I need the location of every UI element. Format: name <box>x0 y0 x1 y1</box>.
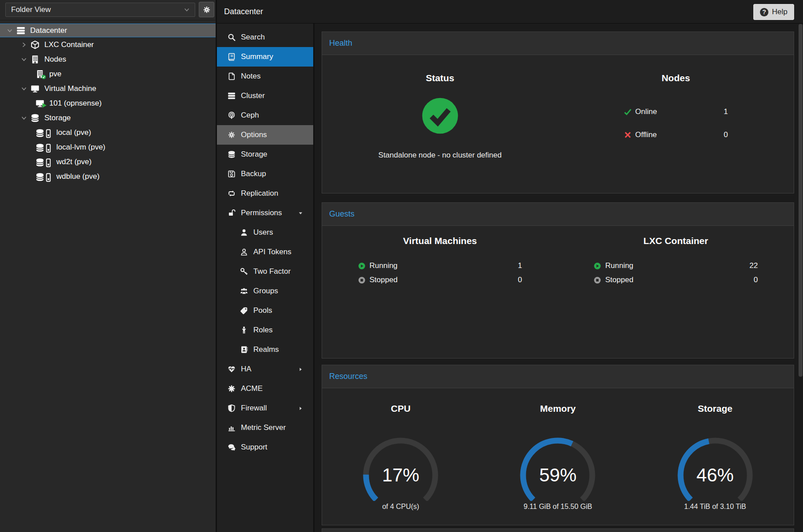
tree-item-storage[interactable]: Storage <box>0 110 216 125</box>
help-button[interactable]: ? Help <box>753 4 794 20</box>
menu-item-summary[interactable]: Summary <box>217 47 313 67</box>
memory-gauge-column: Memory 59% 9.11 GiB of 15.50 GiB <box>479 388 636 525</box>
memory-caption: 9.11 GiB of 15.50 GiB <box>524 503 592 511</box>
tree-item-label: LXC Container <box>44 40 94 49</box>
menu-item-ha[interactable]: HA <box>217 359 313 379</box>
gear-icon <box>203 6 211 14</box>
nodes-online-row: Online 1 <box>624 100 728 123</box>
menu-item-realms[interactable]: Realms <box>217 340 313 359</box>
chevron-down-icon[interactable] <box>20 114 28 122</box>
menu-item-users[interactable]: Users <box>217 223 313 242</box>
tree-item-storage-local-lvm[interactable]: local-lvm (pve) <box>0 140 216 154</box>
proxmox-app: Folder View Datacenter LXC Container <box>0 0 803 532</box>
menu-item-label: Replication <box>241 189 278 198</box>
datacenter-icon <box>16 26 25 35</box>
menu-item-pools[interactable]: Pools <box>217 301 313 320</box>
menu-item-search[interactable]: Search <box>217 28 313 47</box>
menu-item-label: Firewall <box>241 404 267 413</box>
tree-item-datacenter[interactable]: Datacenter <box>0 24 216 37</box>
database-icon <box>228 150 236 158</box>
menu-item-label: Permissions <box>241 209 282 217</box>
cross-icon <box>624 131 632 139</box>
menu-item-permissions[interactable]: Permissions <box>217 203 313 223</box>
chevron-down-icon[interactable] <box>6 27 13 34</box>
server-icon <box>228 92 236 100</box>
tree-item-storage-local[interactable]: local (pve) <box>0 125 216 140</box>
lxc-heading: LXC Container <box>643 236 708 246</box>
cube-icon <box>31 40 39 49</box>
menu-item-groups[interactable]: Groups <box>217 281 313 301</box>
menu-item-storage[interactable]: Storage <box>217 145 313 164</box>
menu-item-notes[interactable]: Notes <box>217 67 313 86</box>
menu-item-label: Users <box>253 228 273 237</box>
resource-tree: Datacenter LXC Container Nodes pve <box>0 20 216 184</box>
user-icon <box>240 229 248 236</box>
lxc-running-row: Running 22 <box>594 259 758 273</box>
menu-item-support[interactable]: Support <box>217 437 313 457</box>
lxc-stopped-label: Stopped <box>605 276 754 284</box>
tree-item-lxc-container[interactable]: LXC Container <box>0 37 216 52</box>
caret-right-icon <box>298 366 303 372</box>
menu-item-api-tokens[interactable]: API Tokens <box>217 242 313 262</box>
lxc-running-label: Running <box>605 261 749 270</box>
lxc-running-value: 22 <box>749 261 758 270</box>
nodes-offline-label: Offline <box>635 130 724 139</box>
users-group-icon <box>240 287 248 295</box>
nodes-online-value: 1 <box>724 107 728 116</box>
menu-item-label: Support <box>241 443 268 452</box>
tree-item-pve[interactable]: pve <box>0 67 216 81</box>
menu-item-acme[interactable]: ACME <box>217 379 313 398</box>
question-icon: ? <box>760 8 768 16</box>
menu-item-options[interactable]: Options <box>217 125 313 145</box>
menu-item-ceph[interactable]: Ceph <box>217 106 313 125</box>
cpu-gauge-column: CPU 17% of 4 CPU(s) <box>322 388 479 525</box>
lxc-column: LXC Container Running 22 <box>558 226 794 358</box>
tree-item-label: Datacenter <box>30 26 67 35</box>
view-mode-select[interactable]: Folder View <box>5 3 195 17</box>
cpu-percent: 17% <box>356 464 445 487</box>
user-outline-icon <box>240 248 248 256</box>
nodes-status-column: Nodes Online 1 Offline <box>558 55 794 193</box>
tree-item-nodes[interactable]: Nodes <box>0 52 216 67</box>
storage-disk-icon <box>35 128 51 137</box>
chevron-down-icon[interactable] <box>20 85 28 92</box>
datacenter-menu: Search Summary Notes Cluster Ceph Option… <box>217 24 315 532</box>
gear-icon <box>228 131 236 139</box>
menu-item-cluster[interactable]: Cluster <box>217 86 313 106</box>
lxc-stopped-value: 0 <box>754 276 758 284</box>
tag-icon <box>240 307 248 315</box>
chevron-down-icon[interactable] <box>20 56 28 63</box>
comments-icon <box>228 443 236 451</box>
tree-settings-button[interactable] <box>199 2 214 17</box>
vm-stopped-label: Stopped <box>370 276 518 284</box>
tree-item-storage-wdblue[interactable]: wdblue (pve) <box>0 169 216 184</box>
vm-running-row: Running 1 <box>358 259 522 273</box>
menu-item-label: ACME <box>241 384 263 393</box>
menu-item-label: Ceph <box>241 111 259 120</box>
play-circle-icon <box>594 262 601 270</box>
menu-item-metric-server[interactable]: Metric Server <box>217 418 313 437</box>
floppy-icon <box>228 170 236 178</box>
summary-content: Health Status Standalone node - no clust… <box>315 24 803 532</box>
menu-item-roles[interactable]: Roles <box>217 320 313 340</box>
menu-item-two-factor[interactable]: Two Factor <box>217 262 313 281</box>
storage-disk-icon <box>35 143 51 152</box>
tree-toolbar: Folder View <box>0 0 216 20</box>
chevron-right-icon[interactable] <box>20 41 28 48</box>
tree-item-label: local-lvm (pve) <box>56 143 106 152</box>
vm-stopped-row: Stopped 0 <box>358 273 522 287</box>
tree-item-storage-wd2t[interactable]: wd2t (pve) <box>0 154 216 169</box>
database-icon <box>31 114 39 122</box>
guests-panel: Guests Virtual Machines Running 1 <box>322 202 794 359</box>
tree-item-virtual-machine[interactable]: Virtual Machine <box>0 81 216 96</box>
storage-heading: Storage <box>698 403 732 414</box>
tree-item-vm-101[interactable]: 101 (opnsense) <box>0 96 216 110</box>
menu-item-replication[interactable]: Replication <box>217 184 313 203</box>
content-scrollbar-thumb[interactable] <box>799 24 803 377</box>
online-check-badge-icon <box>41 75 46 79</box>
menu-item-label: Metric Server <box>241 423 286 432</box>
tree-item-label: pve <box>49 70 61 79</box>
menu-item-backup[interactable]: Backup <box>217 164 313 184</box>
address-book-icon <box>240 346 248 354</box>
menu-item-firewall[interactable]: Firewall <box>217 398 313 418</box>
